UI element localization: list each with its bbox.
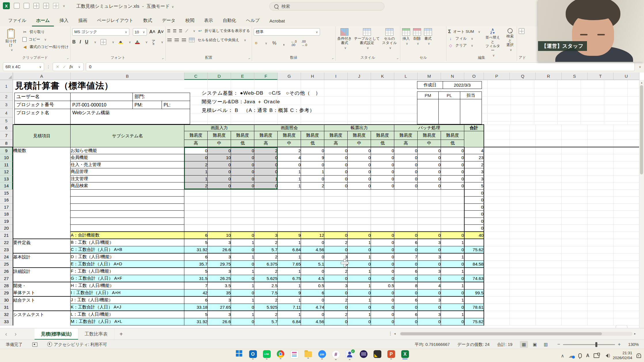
grid-cell[interactable] [536,189,562,197]
grid-cell[interactable]: 0 [184,147,208,154]
grid-cell[interactable] [536,175,562,182]
column-header[interactable]: R [536,73,562,80]
align-bottom-icon[interactable] [179,29,182,33]
grid-cell[interactable]: 0 [208,161,231,168]
row-header[interactable]: 11 [0,161,13,168]
grid-cell[interactable] [613,154,639,161]
item-cell[interactable]: 開発・ [13,282,71,289]
align-top-icon[interactable] [167,29,170,33]
grid-cell[interactable] [484,218,510,225]
grid-cell[interactable]: 0 [231,147,254,154]
row-header[interactable]: 33 [0,318,13,325]
grid-cell[interactable] [536,268,562,275]
merge-center-label[interactable]: セルを結合して中央揃え [198,37,239,43]
subsystem-cell[interactable]: 会員機能 [71,154,184,161]
grid-cell[interactable]: 0 [254,154,278,161]
grid-cell[interactable]: 2 [324,268,348,275]
ime-mode-icon[interactable]: A [586,353,590,358]
grid-cell[interactable]: 1 [278,182,301,190]
grid-cell[interactable]: 6 [184,253,208,260]
no-border-icon[interactable] [53,3,59,9]
approval-pm-cell[interactable]: PM [417,92,439,99]
grid-cell[interactable] [562,182,588,190]
grid-cell[interactable] [536,125,562,131]
grid-cell[interactable] [278,225,301,232]
grid-cell[interactable]: 0 [231,289,254,296]
header-level[interactable]: 低 [371,140,394,147]
grid-cell[interactable] [184,218,208,225]
grid-cell[interactable]: 0 [184,154,208,161]
grid-cell[interactable]: 0 [394,168,418,176]
tab-data[interactable]: データ [158,15,179,26]
align-middle-icon[interactable] [173,29,176,33]
grid-cell[interactable] [484,246,510,253]
grid-cell[interactable]: 2 [254,311,278,318]
italic-button[interactable]: I [80,39,81,45]
item-cell[interactable]: 要件定義 [13,239,71,246]
total-cell[interactable]: 3 [464,175,484,182]
grid-cell[interactable] [562,168,588,176]
total-cell[interactable]: 40 [464,232,484,239]
row-header[interactable]: 13 [0,175,13,182]
grid-cell[interactable]: 0 [371,246,394,253]
grid-cell[interactable]: 0 [394,232,418,239]
grid-cell[interactable] [418,197,441,204]
grid-cell[interactable]: 0 [231,175,254,182]
grid-cell[interactable] [587,125,613,131]
header-level[interactable]: 中 [418,140,441,147]
grid-cell[interactable] [278,197,301,204]
created-date-label-cell[interactable]: 作成日 [417,81,443,89]
grid-cell[interactable]: 0 [394,318,418,325]
grid-cell[interactable]: 0 [301,268,324,275]
grid-cell[interactable] [484,296,510,304]
grid-cell[interactable] [231,189,254,197]
search-box[interactable]: 検索 [269,2,384,11]
copy-button[interactable]: コピー∨ [22,36,69,43]
increase-font-icon[interactable]: A˄ [149,29,155,35]
grid-cell[interactable]: 0 [418,246,441,253]
grid-cell[interactable] [510,296,536,304]
fill-button[interactable]: ↓フィル∨ [448,35,480,42]
grid-cell[interactable] [484,289,510,296]
grid-cell[interactable] [394,211,418,218]
orientation-icon[interactable]: ⟋ [185,28,188,33]
grid-cell[interactable]: 1 [231,311,254,318]
grid-cell[interactable] [510,275,536,282]
grid-cell[interactable] [613,131,639,140]
subsystem-cell[interactable]: E：工数合計（人日） A×D [71,260,184,268]
grid-cell[interactable]: 0 [348,304,371,311]
grid-cell[interactable] [562,147,588,154]
line-app[interactable]: LINE [262,350,271,360]
grid-cell[interactable]: 2.5 [254,282,278,289]
grid-cell[interactable]: 0 [441,182,464,190]
grid-cell[interactable] [587,175,613,182]
grid-cell[interactable]: 0 [418,168,441,176]
grid-cell[interactable]: 5 [184,311,208,318]
header-total[interactable]: 合計 [464,125,484,131]
row-header[interactable]: 20 [0,225,13,232]
subsystem-cell[interactable]: B：工数（人日/機能） [71,239,184,246]
align-left-icon[interactable] [167,39,172,42]
total-cell[interactable]: 0 [464,197,484,204]
grid-cell[interactable] [562,218,588,225]
grid-cell[interactable] [536,282,562,289]
total-cell[interactable]: 0 [464,218,484,225]
grid-cell[interactable]: 3 [418,239,441,246]
grid-cell[interactable] [536,289,562,296]
grid-cell[interactable]: 0 [324,246,348,253]
grid-cell[interactable]: 0 [324,289,348,296]
item-cell[interactable]: システムテスト [13,311,71,318]
tab-file[interactable]: ファイル [4,15,30,26]
qat-overflow-chevron-icon[interactable]: ∨ [63,4,65,8]
grid-cell[interactable] [441,218,464,225]
row-header[interactable]: 8 [0,140,13,147]
header-difficulty[interactable]: 難易度 [324,131,348,140]
grid-cell[interactable]: 0 [418,260,441,268]
network-display-icon[interactable] [594,353,599,358]
grid-cell[interactable]: 0 [324,161,348,168]
tab-view[interactable]: 表示 [200,15,217,26]
grid-cell[interactable]: 0 [208,147,231,154]
header-difficulty[interactable]: 難易度 [254,131,278,140]
grid-cell[interactable] [231,203,254,211]
item-cell[interactable]: 単体テスト [13,289,71,296]
